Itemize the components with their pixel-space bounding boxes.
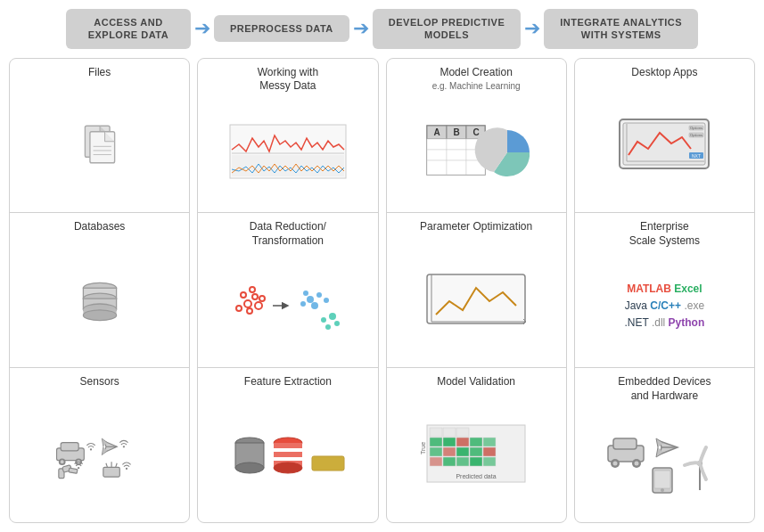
svg-text:NXT: NXT: [692, 153, 701, 159]
cell-feature-extraction: Feature Extraction: [198, 368, 377, 522]
svg-point-48: [321, 317, 326, 323]
svg-line-26: [106, 463, 108, 468]
svg-rect-100: [483, 457, 496, 466]
svg-rect-73: [427, 150, 447, 160]
svg-rect-92: [443, 447, 456, 456]
svg-rect-91: [430, 447, 442, 456]
main-container: ACCESS AND EXPLORE DATA ➔ PREPROCESS DAT…: [0, 0, 764, 532]
cell-messy-data: Working with Messy Data: [198, 59, 377, 214]
svg-rect-86: [430, 438, 442, 446]
svg-line-27: [115, 463, 117, 468]
feature-extraction-icon: [203, 393, 372, 515]
model-creation-sublabel: e.g. Machine Learning: [432, 81, 521, 91]
svg-point-44: [303, 291, 308, 296]
svg-rect-94: [470, 447, 482, 456]
column-preprocess: Working with Messy Data: [197, 58, 378, 523]
cell-databases: Databases: [10, 213, 189, 368]
net-label: .NET: [624, 316, 651, 329]
svg-point-45: [311, 302, 318, 309]
files-icon: [15, 83, 184, 205]
svg-text:C: C: [473, 127, 480, 137]
data-reduction-label: Data Reduction/ Transformation: [250, 220, 326, 248]
svg-text:True: True: [420, 442, 426, 454]
svg-text:Predicted data: Predicted data: [456, 473, 497, 479]
svg-rect-58: [274, 452, 302, 457]
cpp-label: C/C++: [650, 299, 681, 312]
column-develop: Model Creation e.g. Machine Learning A B…: [386, 58, 567, 523]
svg-rect-70: [427, 139, 447, 150]
flow-step-access: ACCESS AND EXPLORE DATA: [66, 9, 191, 49]
model-val-icon: Predicted data True: [392, 393, 561, 515]
exe-label: .exe: [684, 299, 704, 312]
svg-rect-87: [443, 438, 456, 446]
svg-rect-76: [427, 160, 447, 175]
model-val-label: Model Validation: [437, 375, 515, 389]
messy-data-label: Working with Messy Data: [258, 66, 318, 94]
svg-point-54: [235, 462, 264, 473]
svg-point-116: [613, 461, 618, 465]
enterprise-label: Enterprise Scale Systems: [629, 220, 700, 248]
svg-point-46: [324, 298, 329, 303]
flow-step-develop: DEVELOP PREDICTIVE MODELS: [373, 9, 521, 49]
svg-point-36: [255, 302, 262, 309]
svg-point-24: [78, 467, 79, 469]
svg-text:B: B: [454, 127, 460, 137]
flow-bar: ACCESS AND EXPLORE DATA ➔ PREPROCESS DAT…: [9, 9, 755, 49]
svg-rect-32: [232, 155, 344, 176]
svg-rect-57: [274, 443, 302, 448]
svg-text:A: A: [434, 127, 440, 137]
column-access: Files Databas: [9, 58, 190, 523]
svg-point-29: [125, 468, 127, 470]
databases-icon: [15, 238, 184, 360]
cell-model-creation: Model Creation e.g. Machine Learning A B…: [387, 59, 566, 214]
svg-point-49: [329, 313, 336, 320]
svg-point-35: [241, 292, 246, 298]
svg-rect-96: [430, 457, 442, 466]
svg-point-37: [247, 308, 252, 314]
svg-point-33: [244, 300, 251, 307]
svg-rect-93: [456, 447, 469, 456]
svg-rect-98: [456, 457, 469, 466]
cell-sensors: Sensors: [10, 368, 189, 522]
svg-rect-83: [430, 428, 442, 437]
cell-desktop-apps: Desktop Apps Options Optio: [575, 59, 754, 214]
column-integrate: Desktop Apps Options Optio: [574, 58, 755, 523]
flow-arrow-1: ➔: [194, 19, 210, 38]
param-opt-label: Parameter Optimization: [420, 220, 532, 234]
svg-point-42: [307, 296, 314, 303]
svg-point-43: [316, 292, 322, 298]
svg-point-40: [250, 287, 255, 292]
flow-step-integrate: INTEGRATE ANALYTICS WITH SYSTEMS: [544, 9, 698, 49]
svg-rect-121: [654, 471, 670, 488]
svg-point-20: [122, 446, 124, 448]
svg-rect-88: [456, 438, 469, 446]
svg-point-11: [83, 310, 116, 321]
svg-rect-90: [483, 438, 496, 446]
svg-rect-114: [613, 438, 637, 449]
dll-label: .dll: [652, 316, 669, 329]
cell-files: Files: [10, 59, 189, 214]
svg-point-47: [300, 301, 306, 307]
desktop-apps-label: Desktop Apps: [631, 66, 697, 80]
flow-arrow-3: ➔: [524, 19, 540, 38]
matlab-label: MATLAB: [627, 282, 671, 295]
svg-rect-62: [313, 457, 343, 470]
embedded-icon: [580, 406, 749, 515]
svg-rect-1: [90, 131, 115, 162]
flow-step-preprocess: PREPROCESS DATA: [214, 15, 349, 42]
cell-model-val: Model Validation: [387, 368, 566, 522]
svg-rect-84: [443, 428, 456, 437]
sensors-icon: [15, 393, 184, 515]
svg-point-34: [252, 294, 258, 299]
model-creation-label: Model Creation: [440, 66, 512, 80]
model-creation-icon: A B C: [392, 94, 561, 205]
svg-text:Options: Options: [690, 126, 702, 130]
svg-point-39: [259, 296, 265, 301]
svg-point-50: [334, 321, 340, 326]
param-opt-icon: [392, 238, 561, 360]
cell-embedded: Embedded Devices and Hardware: [575, 368, 754, 522]
files-label: Files: [88, 66, 111, 80]
flow-arrow-2: ➔: [353, 19, 369, 38]
svg-point-60: [274, 462, 302, 473]
svg-rect-95: [483, 447, 496, 456]
